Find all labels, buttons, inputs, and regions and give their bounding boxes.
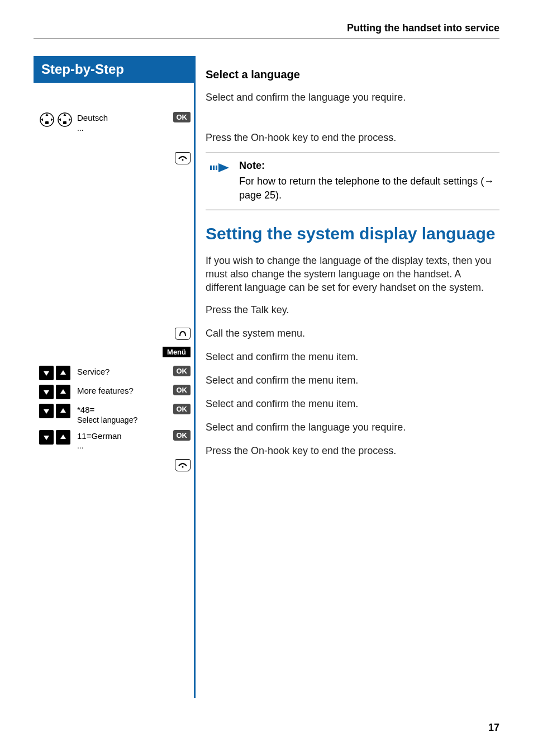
- onhook-key-icon: [175, 459, 191, 471]
- svg-marker-2: [41, 119, 43, 121]
- sidebar: Step-by-Step: [34, 56, 196, 698]
- step-label: More features?: [77, 385, 170, 396]
- ok-badge: OK: [173, 404, 191, 414]
- paragraph: Press the Talk key.: [206, 301, 499, 318]
- svg-marker-16: [60, 408, 66, 413]
- paragraph: Select and confirm the language you requ…: [206, 419, 499, 436]
- menu-badge: Menü: [163, 347, 191, 357]
- svg-marker-12: [60, 370, 66, 375]
- step-row-onhook: [34, 457, 194, 476]
- svg-marker-6: [64, 114, 66, 116]
- two-column-layout: Step-by-Step: [34, 56, 499, 698]
- arrow-up-icon: [56, 385, 70, 399]
- nav-key-icons: [39, 112, 74, 127]
- svg-rect-4: [45, 121, 49, 124]
- svg-rect-22: [216, 166, 217, 170]
- svg-marker-15: [44, 409, 49, 414]
- note-arrow-icon: [209, 159, 231, 202]
- paragraph: Select and confirm the menu item.: [206, 395, 499, 412]
- svg-marker-8: [69, 119, 71, 121]
- paragraph: Press the On-hook key to end the process…: [206, 129, 499, 146]
- svg-marker-14: [60, 389, 66, 394]
- note-title: Note:: [239, 159, 496, 172]
- paragraph: Select and confirm the menu item.: [206, 348, 499, 365]
- svg-marker-3: [51, 119, 53, 121]
- page-number: 17: [488, 722, 499, 734]
- svg-rect-20: [210, 166, 212, 170]
- ok-badge: OK: [173, 385, 191, 395]
- step-label: Deutsch ...: [77, 112, 170, 133]
- paragraph: Select and confirm the menu item.: [206, 372, 499, 389]
- svg-marker-18: [60, 434, 66, 439]
- svg-rect-21: [213, 166, 215, 170]
- paragraph: Select and confirm the language you requ…: [206, 89, 499, 106]
- ok-badge: OK: [173, 430, 191, 441]
- paragraph: Press the On-hook key to end the process…: [206, 442, 499, 459]
- step-label: *48= Select language?: [77, 404, 170, 425]
- onhook-key-icon: [175, 152, 191, 164]
- content-column: Select a language Select and confirm the…: [196, 56, 499, 698]
- step-row-deutsch: Deutsch ... OK: [34, 110, 194, 135]
- nav-circle-icon: [57, 112, 73, 127]
- heading-system-language: Setting the system display language: [206, 224, 499, 244]
- arrow-up-icon: [56, 366, 70, 380]
- talk-key-icon: [175, 328, 191, 340]
- arrow-down-icon: [39, 430, 54, 445]
- subheading-select-language: Select a language: [206, 68, 499, 81]
- arrow-down-icon: [39, 404, 54, 418]
- arrow-down-icon: [39, 366, 54, 380]
- svg-point-19: [182, 466, 184, 467]
- step-label: 11=German ...: [77, 430, 170, 451]
- step-row-more-features: More features? OK: [34, 382, 194, 401]
- svg-marker-11: [44, 371, 49, 376]
- svg-marker-17: [44, 436, 49, 440]
- svg-marker-7: [59, 119, 61, 121]
- step-label: Service?: [77, 366, 170, 377]
- step-row-select-language: *48= Select language? OK: [34, 401, 194, 427]
- paragraph: If you wish to change the language of th…: [206, 254, 499, 295]
- note-box: Note: For how to return the telephone to…: [206, 153, 499, 210]
- ok-badge: OK: [173, 112, 191, 122]
- arrow-up-icon: [56, 404, 70, 418]
- arrow-up-icon: [56, 430, 70, 445]
- svg-rect-9: [63, 121, 66, 124]
- svg-marker-23: [218, 163, 229, 172]
- step-row-german: 11=German ... OK: [34, 428, 194, 453]
- svg-marker-13: [44, 390, 49, 395]
- nav-circle-icon: [39, 112, 55, 127]
- step-row-service: Service? OK: [34, 363, 194, 382]
- sidebar-title: Step-by-Step: [34, 56, 196, 83]
- ok-badge: OK: [173, 366, 191, 376]
- note-body: For how to return the telephone to the d…: [239, 176, 494, 200]
- svg-point-10: [182, 159, 184, 161]
- paragraph: Call the system menu.: [206, 325, 499, 342]
- arrow-down-icon: [39, 385, 54, 399]
- svg-marker-1: [46, 114, 49, 116]
- step-row-onhook: [34, 150, 194, 169]
- step-row-talk: [34, 325, 194, 344]
- step-row-menu: Menü: [34, 344, 194, 363]
- page-header: Putting the handset into service: [34, 22, 499, 39]
